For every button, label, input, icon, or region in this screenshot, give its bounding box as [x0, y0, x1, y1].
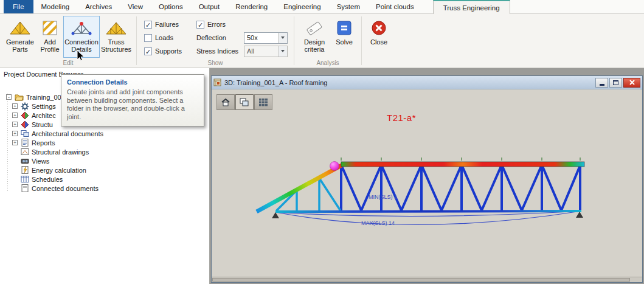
collapse-toggle-icon[interactable]: - — [6, 94, 12, 100]
house-icon — [221, 98, 230, 106]
stress-indices-row: Stress Indices All — [196, 44, 288, 58]
ribbon-group-edit: Generate Parts Add Profile Connection De… — [1, 14, 135, 68]
failures-checkbox[interactable]: ✓ Failures — [144, 18, 196, 31]
tag-icon — [305, 18, 324, 37]
expand-toggle-icon[interactable]: + — [12, 113, 18, 118]
show-checkbox-column-1: ✓ Failures Loads ✓ Supports — [144, 18, 196, 58]
cascade-windows-icon — [240, 98, 249, 106]
minimize-icon — [600, 84, 604, 86]
chevron-down-icon — [278, 33, 287, 43]
tab-modeling[interactable]: Modeling — [33, 0, 78, 13]
close-button[interactable]: Close — [365, 16, 392, 58]
tab-truss-engineering[interactable]: Truss Engineering — [433, 0, 510, 14]
truss-structures-label: Truss Structures — [100, 38, 132, 53]
stress-indices-dropdown[interactable]: All — [244, 46, 288, 57]
connection-details-icon — [71, 18, 92, 37]
viewport-canvas[interactable]: T21-a* MIN(SLS) 1 MAX(SLS) 14 — [212, 89, 642, 282]
tree-item-energy-calculation[interactable]: Energy calculation — [0, 165, 209, 175]
tab-engineering[interactable]: Engineering — [275, 0, 328, 13]
truss-label: T21-a* — [387, 113, 416, 123]
profile-stripes-icon — [41, 18, 58, 37]
scrollbar-thumb[interactable] — [212, 278, 630, 282]
workspace-area: 3D: Training_001_A - Roof framing — [210, 68, 644, 284]
truss-3d-model — [212, 89, 642, 277]
tab-system[interactable]: System — [329, 0, 368, 13]
home-view-button[interactable] — [216, 94, 235, 110]
expand-toggle-icon[interactable]: + — [12, 131, 18, 136]
add-profile-label: Add Profile — [37, 38, 63, 53]
mouse-cursor-icon — [77, 50, 85, 62]
solve-button[interactable]: Solve — [331, 16, 358, 58]
errors-checkbox[interactable]: ✓ Errors — [196, 18, 288, 31]
tree-item-label: Settings — [32, 103, 56, 110]
generate-parts-button[interactable]: Generate Parts — [4, 16, 36, 58]
add-profile-button[interactable]: Add Profile — [36, 16, 63, 58]
minimize-button[interactable] — [595, 78, 608, 88]
group-separator — [361, 16, 362, 65]
tab-archives[interactable]: Archives — [77, 0, 120, 13]
supports-label: Supports — [155, 47, 182, 55]
tree-item-label: Architectural documents — [32, 130, 103, 137]
tree-item-label: Connected documents — [32, 185, 99, 192]
deflection-row: Deflection 50x — [196, 31, 288, 44]
tree-item-label: Energy calculation — [32, 167, 86, 174]
design-criteria-button[interactable]: Design criteria — [298, 16, 331, 58]
deflection-label: Deflection — [196, 34, 244, 41]
supports-checkbox[interactable]: ✓ Supports — [144, 44, 196, 58]
document-icon — [21, 184, 29, 192]
energy-bolt-icon — [21, 166, 29, 174]
tree-item-structural-drawings[interactable]: Structural drawings — [0, 147, 209, 156]
gear-icon — [21, 102, 29, 111]
solve-equals-icon — [337, 18, 351, 37]
grid-icon — [258, 98, 268, 106]
tab-point-clouds[interactable]: Point clouds — [368, 0, 422, 13]
tree-item-label: Reports — [32, 139, 55, 147]
truss-structures-button[interactable]: Truss Structures — [100, 16, 133, 58]
deflection-dropdown[interactable]: 50x — [244, 32, 288, 44]
horizontal-scrollbar[interactable] — [212, 277, 642, 282]
expand-toggle-icon[interactable]: + — [12, 140, 18, 145]
maximize-icon — [613, 80, 618, 85]
checkbox-icon: ✓ — [196, 21, 204, 29]
stress-indices-label: Stress Indices — [196, 47, 244, 55]
analysis-group-label: Analysis — [296, 60, 360, 66]
cascade-views-button[interactable] — [235, 94, 254, 110]
show-options: ✓ Failures Loads ✓ Supports ✓ E — [140, 16, 290, 58]
deflection-value: 50x — [244, 33, 278, 43]
tree-item-architectural-documents[interactable]: + Architectural documents — [0, 129, 209, 138]
schedule-table-icon — [21, 175, 29, 183]
expand-toggle-icon[interactable]: + — [12, 103, 18, 109]
tree-item-label: Schedules — [32, 176, 63, 183]
viewport-titlebar[interactable]: 3D: Training_001_A - Roof framing — [212, 76, 642, 89]
tree-item-connected-documents[interactable]: Connected documents — [0, 184, 209, 193]
viewport-window-icon — [213, 78, 221, 86]
tab-options[interactable]: Options — [151, 0, 191, 13]
tab-view[interactable]: View — [120, 0, 151, 13]
tree-item-label: Architec — [32, 112, 56, 119]
tree-item-schedules[interactable]: Schedules — [0, 175, 209, 184]
close-window-button[interactable] — [623, 78, 640, 88]
solve-label: Solve — [336, 38, 353, 46]
tooltip-body: Create joints and add joint components b… — [67, 88, 196, 121]
viewport-title: 3D: Training_001_A - Roof framing — [224, 79, 594, 86]
tree-item-views[interactable]: Views — [0, 156, 209, 165]
tab-file[interactable]: File — [4, 0, 33, 13]
tree-item-label: Views — [32, 158, 49, 165]
maximize-button[interactable] — [609, 78, 622, 88]
tab-rendering[interactable]: Rendering — [227, 0, 275, 13]
folder-icon — [15, 93, 24, 101]
application-window: File Modeling Archives View Options Outp… — [0, 0, 644, 284]
tab-output[interactable]: Output — [191, 0, 228, 13]
group-separator — [136, 16, 137, 65]
truss-structure-icon — [105, 18, 127, 37]
menu-tab-bar: File Modeling Archives View Options Outp… — [0, 0, 644, 14]
loads-checkbox[interactable]: Loads — [144, 31, 196, 44]
tree-item-reports[interactable]: + Reports — [0, 138, 209, 147]
min-sls-label: MIN(SLS) 1 — [369, 194, 397, 200]
grid-views-button[interactable] — [254, 94, 272, 110]
design-criteria-label: Design criteria — [299, 38, 330, 53]
max-sls-label: MAX(SLS) 14 — [361, 220, 395, 226]
checkbox-icon: ✓ — [144, 21, 152, 29]
expand-toggle-icon[interactable]: + — [12, 122, 18, 127]
ribbon-group-analysis: Design criteria Solve Analysis — [296, 14, 360, 68]
